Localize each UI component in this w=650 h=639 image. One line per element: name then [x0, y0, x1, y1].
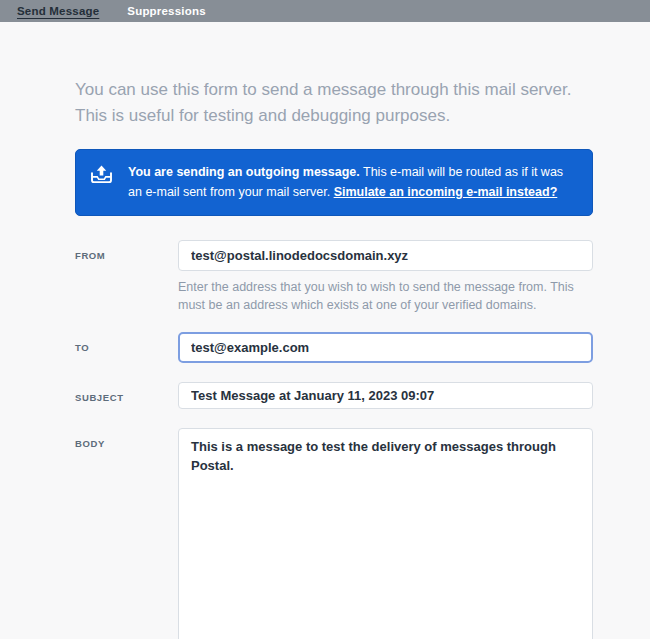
to-label: TO	[75, 332, 178, 353]
from-input[interactable]	[178, 240, 593, 271]
tab-suppressions[interactable]: Suppressions	[127, 5, 205, 17]
body-label: BODY	[75, 428, 178, 449]
from-label: FROM	[75, 240, 178, 261]
body-row: BODY This is a message to test the deliv…	[75, 428, 593, 639]
from-help-text: Enter the address that you wish to wish …	[178, 278, 598, 316]
to-row: TO	[75, 332, 593, 363]
body-textarea[interactable]: This is a message to test the delivery o…	[178, 428, 593, 639]
subject-label: SUBJECT	[75, 382, 178, 403]
outbox-icon	[90, 165, 113, 184]
tab-send-message[interactable]: Send Message	[17, 5, 99, 17]
subject-row: SUBJECT	[75, 382, 593, 409]
main-content: You can use this form to send a message …	[0, 77, 650, 639]
send-message-form: FROM Enter the address that you wish to …	[75, 240, 593, 639]
simulate-incoming-link[interactable]: Simulate an incoming e-mail instead?	[334, 185, 558, 199]
to-input[interactable]	[178, 332, 593, 363]
outgoing-message-alert: You are sending an outgoing message. Thi…	[75, 149, 593, 216]
subject-input[interactable]	[178, 382, 593, 409]
tab-bar: Send Message Suppressions	[0, 0, 650, 22]
from-row: FROM Enter the address that you wish to …	[75, 240, 593, 316]
alert-message: You are sending an outgoing message. Thi…	[128, 162, 578, 203]
intro-text: You can use this form to send a message …	[75, 77, 583, 128]
alert-bold-text: You are sending an outgoing message.	[128, 165, 360, 179]
